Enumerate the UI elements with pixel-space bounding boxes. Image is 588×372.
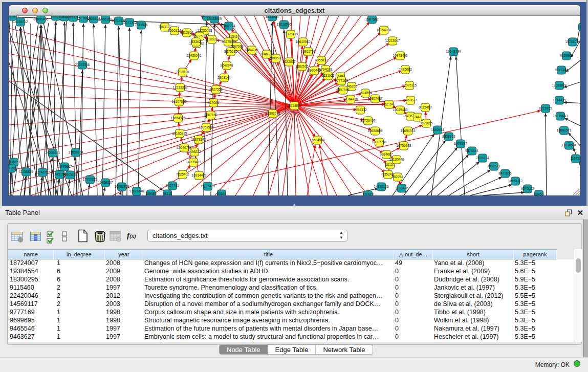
svg-text:10654112: 10654112	[508, 179, 523, 183]
svg-text:6466160: 6466160	[99, 17, 112, 21]
svg-text:62164: 62164	[384, 102, 394, 106]
svg-text:1535051: 1535051	[9, 160, 20, 164]
svg-text:8471676: 8471676	[498, 171, 512, 175]
svg-text:7625402: 7625402	[176, 172, 189, 176]
svg-text:90684: 90684	[217, 192, 226, 195]
svg-text:1588520: 1588520	[269, 56, 282, 60]
svg-text:83362: 83362	[191, 40, 201, 43]
svg-text:9777169: 9777169	[335, 79, 348, 82]
svg-text:9242848: 9242848	[220, 63, 233, 67]
svg-text:20364436: 20364436	[343, 97, 358, 101]
svg-text:16033809: 16033809	[207, 17, 222, 20]
svg-text:39159: 39159	[9, 166, 16, 170]
svg-text:1640954: 1640954	[431, 128, 444, 132]
svg-text:23420046: 23420046	[187, 54, 202, 57]
svg-text:19166825: 19166825	[172, 132, 187, 135]
svg-text:7632621: 7632621	[487, 164, 500, 168]
svg-text:9146821: 9146821	[260, 52, 273, 56]
svg-text:14055712: 14055712	[13, 20, 28, 24]
svg-text:8267150: 8267150	[204, 113, 217, 117]
svg-text:8215955: 8215955	[539, 106, 552, 110]
svg-text:7357224: 7357224	[222, 24, 235, 28]
svg-text:1117: 1117	[579, 25, 580, 29]
svg-text:6466160: 6466160	[87, 17, 100, 20]
svg-text:3624554: 3624554	[359, 91, 372, 95]
svg-text:18724007: 18724007	[287, 104, 302, 107]
svg-text:1244415: 1244415	[553, 98, 566, 102]
svg-text:7485063: 7485063	[399, 68, 412, 71]
svg-text:818632: 818632	[206, 37, 217, 41]
svg-text:94211: 94211	[163, 192, 172, 195]
svg-text:17016504: 17016504	[562, 143, 577, 147]
svg-text:9227349: 9227349	[555, 68, 568, 72]
svg-text:917006: 917006	[208, 101, 219, 104]
svg-text:16640910: 16640910	[296, 40, 311, 43]
svg-text:3498222: 3498222	[188, 150, 201, 154]
svg-text:1733426: 1733426	[395, 186, 408, 190]
svg-text:14099489: 14099489	[186, 160, 201, 164]
svg-text:252254: 252254	[392, 175, 403, 179]
svg-text:8938923: 8938923	[442, 135, 455, 138]
svg-text:10975867: 10975867	[57, 165, 72, 168]
svg-text:3675685: 3675685	[224, 50, 237, 53]
svg-text:12975115: 12975115	[402, 83, 417, 87]
svg-text:16961758: 16961758	[301, 50, 316, 53]
svg-text:19654923: 19654923	[401, 129, 416, 133]
svg-text:6794028: 6794028	[319, 68, 332, 71]
svg-text:25302075: 25302075	[266, 112, 280, 115]
svg-text:2718126: 2718126	[176, 70, 189, 74]
svg-text:8912954: 8912954	[180, 31, 193, 34]
svg-text:116753: 116753	[570, 157, 580, 160]
svg-text:9245652: 9245652	[521, 187, 534, 190]
svg-text:8813054: 8813054	[266, 16, 279, 18]
svg-text:17859924: 17859924	[69, 150, 83, 154]
svg-text:16210643: 16210643	[553, 114, 568, 118]
svg-text:14136141: 14136141	[374, 185, 389, 188]
svg-text:2087682: 2087682	[365, 17, 379, 21]
svg-text:92450: 92450	[534, 192, 543, 195]
svg-text:20053346: 20053346	[75, 63, 90, 67]
svg-text:9084067: 9084067	[380, 152, 393, 156]
svg-text:6497568: 6497568	[336, 88, 350, 92]
svg-text:9427552: 9427552	[209, 87, 223, 91]
svg-text:15046798: 15046798	[177, 146, 192, 149]
svg-text:10688609: 10688609	[368, 129, 383, 133]
svg-text:10025433: 10025433	[393, 108, 408, 112]
svg-text:13226058: 13226058	[198, 29, 212, 32]
svg-text:10756928: 10756928	[397, 144, 411, 147]
svg-text:9474444: 9474444	[465, 149, 478, 152]
svg-text:9527508: 9527508	[222, 40, 235, 43]
svg-text:2051873: 2051873	[9, 16, 19, 18]
svg-text:19654925: 19654925	[171, 116, 186, 120]
svg-text:746266: 746266	[346, 84, 357, 88]
svg-text:11156829: 11156829	[19, 170, 33, 173]
svg-text:8454749: 8454749	[245, 48, 258, 52]
svg-text:16154838: 16154838	[377, 28, 391, 32]
svg-text:10807487: 10807487	[368, 97, 383, 100]
svg-text:17957223: 17957223	[83, 178, 98, 181]
svg-text:1362615: 1362615	[295, 64, 309, 68]
svg-text:12213369: 12213369	[173, 85, 188, 89]
svg-text:9115460: 9115460	[419, 105, 432, 109]
svg-text:13353594: 13353594	[199, 125, 214, 129]
svg-text:106989: 106989	[145, 192, 157, 195]
svg-text:7955812: 7955812	[315, 58, 328, 62]
svg-text:12213967: 12213967	[385, 39, 400, 42]
svg-text:2935114: 2935114	[476, 156, 489, 160]
svg-text:10958127: 10958127	[98, 181, 113, 184]
svg-text:9463627: 9463627	[404, 98, 417, 102]
svg-text:16914479: 16914479	[192, 173, 207, 177]
svg-text:16782759: 16782759	[115, 185, 129, 188]
svg-text:15720407: 15720407	[361, 119, 376, 122]
svg-text:1621022: 1621022	[321, 74, 335, 77]
svg-text:19218506: 19218506	[277, 23, 292, 26]
svg-text:18878342: 18878342	[191, 138, 206, 141]
svg-text:2803144: 2803144	[217, 76, 231, 79]
svg-text:9329966: 9329966	[560, 54, 573, 57]
svg-text:11325419: 11325419	[284, 32, 298, 36]
svg-text:15692971: 15692971	[557, 128, 572, 132]
svg-text:10973493: 10973493	[393, 54, 408, 57]
svg-text:7663822: 7663822	[158, 25, 171, 29]
svg-text:9457791: 9457791	[166, 184, 179, 187]
svg-text:20691406: 20691406	[34, 17, 49, 21]
